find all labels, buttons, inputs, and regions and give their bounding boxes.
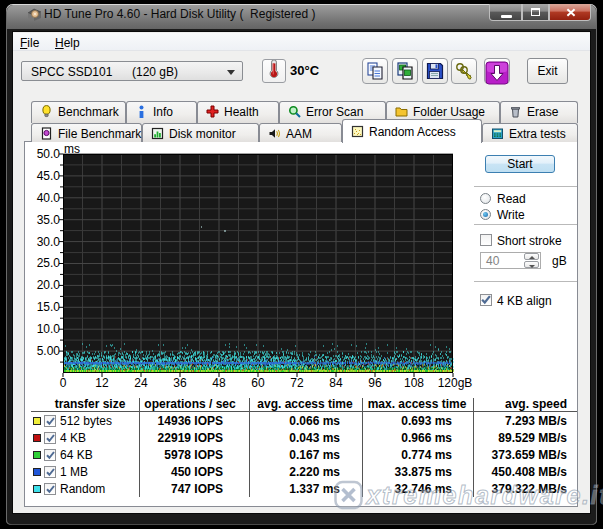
svg-text:xtremehardware.it: xtremehardware.it xyxy=(365,481,603,509)
